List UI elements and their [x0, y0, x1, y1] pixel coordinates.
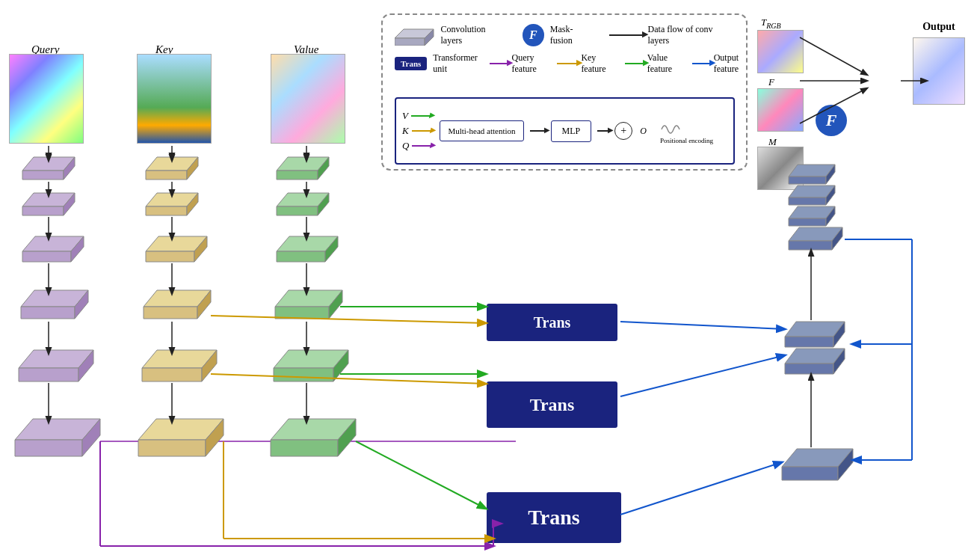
svg-line-108	[620, 355, 785, 396]
mask-fusion-label: Mask-fusion	[550, 24, 594, 46]
svg-marker-45	[138, 440, 206, 456]
svg-line-81	[356, 441, 486, 509]
svg-line-117	[800, 88, 867, 123]
svg-marker-123	[395, 38, 425, 46]
value-feature-label: Value feature	[647, 52, 680, 75]
trans-legend-label: Trans	[395, 57, 427, 70]
conv-layer-icon	[395, 25, 435, 46]
svg-marker-62	[277, 251, 325, 262]
svg-marker-33	[146, 206, 187, 215]
pos-enc-area: Positional encoding	[660, 118, 713, 144]
transformer-inner-box: V ▶ K ▶ Q ▶ Multi-head attention ▶ MLP ▶	[395, 97, 735, 165]
legend-box: Convolution layers F Mask-fusion ▶ Data …	[381, 13, 748, 171]
svg-marker-13	[19, 368, 78, 381]
svg-marker-100	[785, 364, 833, 374]
svg-marker-4	[22, 206, 64, 215]
svg-marker-7	[22, 251, 71, 262]
mask-fusion-icon: F	[523, 24, 544, 46]
svg-marker-91	[789, 218, 826, 226]
plus-circle: +	[614, 122, 632, 140]
svg-marker-1	[22, 171, 64, 180]
svg-marker-88	[789, 197, 826, 205]
key-feature-label: Key feature	[581, 52, 612, 75]
v-label: V	[402, 110, 408, 122]
svg-marker-94	[789, 241, 832, 250]
pos-enc-label: Positional encoding	[660, 137, 713, 144]
svg-line-115	[800, 37, 867, 75]
svg-marker-65	[275, 307, 329, 319]
svg-marker-68	[274, 368, 333, 381]
svg-marker-42	[142, 368, 202, 381]
conv-layers-label: Convolution layers	[441, 24, 508, 46]
main-diagram: Query Key Value Convolution layers	[0, 0, 980, 558]
data-flow-label: Data flow of conv layers	[648, 24, 734, 46]
output-feature-label: Output feature	[714, 52, 748, 75]
svg-line-82	[211, 316, 486, 323]
o-label: O	[640, 126, 647, 137]
svg-line-107	[620, 322, 785, 329]
svg-marker-97	[785, 337, 833, 347]
transformer-unit-label: Transformer unit	[433, 52, 478, 75]
svg-line-109	[620, 462, 782, 515]
svg-marker-71	[271, 440, 338, 456]
svg-marker-10	[21, 307, 75, 319]
svg-line-83	[211, 374, 486, 384]
mlp-box: MLP	[551, 120, 592, 142]
svg-marker-30	[146, 171, 187, 180]
svg-marker-39	[144, 307, 197, 319]
k-label: K	[402, 125, 409, 137]
svg-marker-103	[782, 467, 838, 480]
svg-marker-59	[277, 206, 318, 215]
query-feature-label: Query feature	[511, 52, 545, 75]
mha-box: Multi-head attention	[440, 120, 523, 141]
q-label: Q	[402, 140, 409, 152]
svg-marker-85	[789, 177, 826, 184]
svg-marker-56	[277, 171, 318, 180]
svg-marker-16	[15, 440, 82, 456]
svg-marker-36	[146, 251, 194, 262]
